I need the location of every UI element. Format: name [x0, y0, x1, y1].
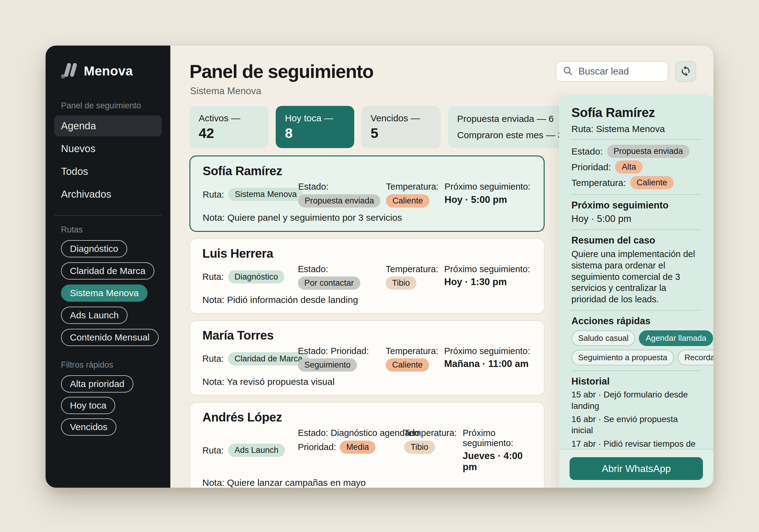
- ruta-label: Ruta:: [203, 190, 224, 200]
- estado-pill: Seguimiento: [298, 359, 357, 372]
- menova-logo-icon: [61, 62, 78, 80]
- lead-note: Nota: Pidió información desde landing: [202, 295, 532, 305]
- quick-action-seguimiento-a-propuesta[interactable]: Seguimiento a propuesta: [572, 350, 674, 365]
- panel-divider: [572, 370, 701, 371]
- stat-card-activos[interactable]: Activos — 42: [189, 106, 269, 148]
- lead-detail-body: Sofía Ramírez Ruta: Sistema Menova Estad…: [559, 95, 713, 449]
- temperatura-pill: Caliente: [630, 176, 674, 189]
- quick-actions-title: Acciones rápidas: [572, 316, 701, 327]
- stat-card-hoy-toca[interactable]: Hoy toca — 8: [276, 106, 354, 148]
- lead-ruta: Ruta: Ads Launch: [202, 444, 298, 457]
- proximo-value: Jueves · 4:00 pm: [463, 450, 532, 473]
- sidebar: Menova Panel de seguimiento Agenda Nuevo…: [46, 46, 170, 488]
- stat-value: 8: [285, 125, 345, 141]
- temperatura-label: Temperatura:: [386, 346, 444, 356]
- case-summary-title: Resumen del caso: [572, 235, 701, 246]
- proximo-value: Mañana · 11:00 am: [444, 359, 532, 369]
- sidebar-item-archivados[interactable]: Archivados: [54, 184, 162, 205]
- quick-actions-row-1: Saludo casual Agendar llamada: [572, 330, 701, 346]
- lead-note: Nota: Quiere panel y seguimiento por 3 s…: [203, 212, 531, 223]
- prioridad-label: Prioridad:: [298, 442, 336, 452]
- lead-estado: Estado: Por contactar: [298, 264, 386, 290]
- sidebar-section-label: Panel de seguimiento: [61, 101, 162, 110]
- filter-pill-alta-prioridad[interactable]: Alta prioridad: [61, 375, 133, 393]
- stat-card-vencidos[interactable]: Vencidos — 5: [361, 106, 441, 148]
- header-actions: [556, 61, 696, 82]
- lead-card-andres-lopez[interactable]: Andrés López Ruta: Ads Launch Estado: Di…: [189, 402, 544, 488]
- ruta-label: Ruta:: [202, 445, 223, 455]
- lead-name: Luis Herrera: [202, 247, 532, 260]
- sidebar-item-nuevos[interactable]: Nuevos: [54, 138, 162, 159]
- route-pill-contenido-mensual[interactable]: Contenido Mensual: [61, 329, 159, 346]
- proximo-label: Próximo seguimiento:: [445, 182, 531, 192]
- lead-detail-panel: Sofía Ramírez Ruta: Sistema Menova Estad…: [559, 95, 713, 488]
- quick-actions-row-2: Seguimiento a propuesta Recordar llamada: [572, 350, 701, 365]
- quick-action-recordar-llamada[interactable]: Recordar llamada: [678, 350, 713, 365]
- ruta-pill: Claridad de Marca: [228, 352, 309, 365]
- prioridad-pill: Media: [340, 440, 376, 454]
- proximo-label: Próximo seguimiento:: [444, 346, 532, 356]
- next-followup-value: Hoy · 5:00 pm: [572, 213, 701, 224]
- panel-divider: [572, 139, 701, 140]
- detail-lead-name: Sofía Ramírez: [572, 105, 701, 120]
- lead-card-sofia-ramirez[interactable]: Sofía Ramírez Ruta: Sistema Menova Estad…: [189, 156, 544, 232]
- sidebar-item-todos[interactable]: Todos: [54, 161, 162, 182]
- estado-pill: Propuesta enviada: [298, 194, 380, 208]
- lead-temperatura: Temperatura: Tibio: [404, 428, 463, 453]
- proximo-value: Hoy · 1:30 pm: [444, 277, 532, 287]
- lead-note: Nota: Quiere lanzar campañas en mayo: [202, 477, 532, 488]
- route-pill-sistema-menova[interactable]: Sistema Menova: [61, 285, 147, 302]
- prioridad-pill: Alta: [615, 160, 643, 173]
- detail-temperatura-row: Temperatura: Caliente: [572, 176, 701, 189]
- temperatura-pill: Caliente: [386, 359, 429, 372]
- proximo-value: Hoy · 5:00 pm: [445, 194, 531, 205]
- brand: Menova: [61, 62, 162, 80]
- lead-proximo: Próximo seguimiento: Hoy · 1:30 pm: [444, 264, 532, 287]
- lead-card-luis-herrera[interactable]: Luis Herrera Ruta: Diagnóstico Estado: P…: [189, 238, 544, 314]
- temperatura-label: Temperatura:: [404, 428, 463, 438]
- rutas-section-label: Rutas: [61, 225, 162, 235]
- filtros-section-label: Filtros rápidos: [61, 360, 162, 370]
- detail-prioridad-row: Prioridad: Alta: [572, 160, 701, 173]
- detail-estado-row: Estado: Propuesta enviada: [572, 145, 701, 158]
- route-pill-diagnostico[interactable]: Diagnóstico: [61, 240, 127, 257]
- proximo-label: Próximo seguimiento:: [463, 428, 532, 448]
- lead-meta: Ruta: Ads Launch Estado: Diagnóstico age…: [202, 428, 532, 473]
- estado-pill: Propuesta enviada: [607, 145, 689, 158]
- temperatura-pill: Tibio: [404, 440, 435, 454]
- desktop-background: Menova Panel de seguimiento Agenda Nuevo…: [0, 0, 759, 532]
- quick-action-saludo-casual[interactable]: Saludo casual: [572, 330, 635, 346]
- panel-divider: [572, 194, 701, 195]
- search-icon: [563, 65, 573, 77]
- estado-label: Estado: Diagnóstico agendado: [298, 428, 404, 438]
- filter-pill-vencidos[interactable]: Vencidos: [61, 418, 116, 436]
- ruta-pill: Ads Launch: [228, 444, 285, 457]
- panel-divider: [572, 229, 701, 230]
- route-pill-claridad-de-marca[interactable]: Claridad de Marca: [61, 262, 154, 280]
- lead-proximo: Próximo seguimiento: Mañana · 11:00 am: [444, 346, 532, 369]
- estado-label: Estado:: [298, 182, 386, 192]
- filter-pill-hoy-toca[interactable]: Hoy toca: [61, 397, 115, 414]
- stat-label: Hoy toca —: [285, 113, 345, 124]
- rutas-list: Diagnóstico Claridad de Marca Sistema Me…: [61, 240, 162, 346]
- sidebar-item-agenda[interactable]: Agenda: [54, 115, 162, 136]
- lead-meta: Ruta: Diagnóstico Estado: Por contactar …: [202, 264, 532, 290]
- quick-action-agendar-llamada[interactable]: Agendar llamada: [639, 330, 713, 346]
- lead-card-maria-torres[interactable]: María Torres Ruta: Claridad de Marca Est…: [189, 320, 544, 396]
- stat-value: 42: [199, 125, 260, 141]
- history-item: 16 abr · Se envió propuesta inicial: [572, 414, 701, 436]
- search-input[interactable]: [578, 65, 662, 77]
- search-box: [556, 61, 668, 82]
- proximo-label: Próximo seguimiento:: [444, 264, 532, 274]
- history-item: 15 abr · Dejó formulario desde landing: [572, 389, 701, 412]
- panel-footer: Abrir WhatsApp: [559, 449, 713, 488]
- temperatura-label: Temperatura:: [386, 264, 444, 274]
- brand-name: Menova: [84, 64, 133, 79]
- app-window: Menova Panel de seguimiento Agenda Nuevo…: [46, 46, 713, 488]
- estado-label: Estado:: [572, 146, 603, 157]
- open-whatsapp-button[interactable]: Abrir WhatsApp: [570, 457, 703, 480]
- refresh-button[interactable]: [675, 61, 696, 82]
- temperatura-pill: Tibio: [386, 277, 417, 290]
- route-pill-ads-launch[interactable]: Ads Launch: [61, 307, 128, 324]
- lead-temperatura: Temperatura: Caliente: [386, 182, 445, 207]
